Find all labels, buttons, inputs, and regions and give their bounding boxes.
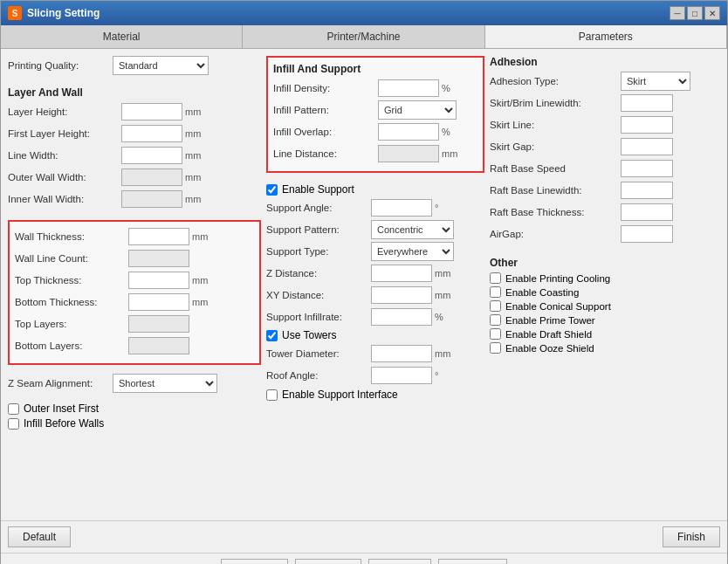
z-distance-input[interactable]: 0.1 bbox=[371, 265, 432, 282]
enable-conical-support-checkbox[interactable] bbox=[490, 300, 501, 312]
printing-quality-select[interactable]: Standard Fast Fine bbox=[113, 56, 209, 75]
layer-height-unit: mm bbox=[185, 107, 201, 117]
top-layers-input[interactable]: 3 bbox=[128, 315, 189, 333]
use-towers-label: Use Towers bbox=[282, 329, 336, 341]
bottom-layers-label: Bottom Layers: bbox=[15, 340, 128, 351]
top-thickness-input[interactable]: 6 bbox=[128, 272, 189, 289]
enable-support-checkbox[interactable] bbox=[266, 184, 278, 196]
raft-base-speed-label: Raft Base Speed bbox=[490, 163, 621, 174]
enable-support-interface-row: Enable Support Interface bbox=[266, 389, 484, 401]
raft-base-linewidth-row: Raft Base Linewidth: 0.8 bbox=[490, 181, 717, 200]
middle-column: Infill And Support Infill Density: 400 %… bbox=[266, 56, 484, 513]
seam-alignment-select[interactable]: Shortest Random Sharpest Corner User Spe… bbox=[113, 374, 217, 393]
raft-base-speed-input[interactable]: 22.5 bbox=[621, 160, 673, 177]
wall-thickness-input[interactable]: 12 bbox=[128, 228, 189, 245]
roof-angle-input[interactable]: 65 bbox=[371, 367, 432, 384]
minimize-button[interactable]: ─ bbox=[670, 6, 685, 20]
infill-before-walls-row: Infill Before Walls bbox=[8, 417, 261, 430]
enable-ooze-shield-checkbox[interactable] bbox=[490, 342, 501, 354]
support-infillrate-unit: % bbox=[435, 312, 443, 322]
default-button[interactable]: Default bbox=[8, 526, 71, 547]
maximize-button[interactable]: □ bbox=[687, 6, 703, 20]
top-thickness-unit: mm bbox=[192, 275, 208, 285]
roof-angle-row: Roof Angle: 65 ° bbox=[266, 366, 484, 385]
support-pattern-select[interactable]: Concentric Lines Grid bbox=[371, 220, 454, 239]
enable-prime-tower-checkbox[interactable] bbox=[490, 314, 501, 326]
bottom-thickness-label: Bottom Thickness: bbox=[15, 297, 128, 307]
skirt-brim-linewidth-input[interactable]: 0.4 bbox=[621, 94, 673, 112]
support-type-select[interactable]: Everywhere Touching Buildplate bbox=[371, 242, 454, 261]
airgap-input[interactable]: 0.3 bbox=[621, 225, 673, 243]
enable-printing-cooling-checkbox[interactable] bbox=[490, 272, 501, 284]
line-distance-input[interactable]: 2 bbox=[378, 145, 439, 162]
seam-alignment-row: Z Seam Alignment: Shortest Random Sharpe… bbox=[8, 374, 261, 393]
infill-overlap-row: Infill Overlap: 5 % bbox=[273, 122, 477, 141]
outer-wall-width-input[interactable]: 0.4 bbox=[121, 169, 182, 186]
infill-before-walls-checkbox[interactable] bbox=[8, 418, 19, 430]
layer-height-input[interactable]: 0.2 bbox=[121, 103, 182, 120]
raft-base-linewidth-label: Raft Base Linewidth: bbox=[490, 185, 621, 196]
close-button[interactable]: ✕ bbox=[704, 6, 720, 20]
skirt-gap-input[interactable]: 0.3 bbox=[621, 138, 673, 155]
enable-support-interface-label: Enable Support Interface bbox=[282, 389, 398, 401]
tab-parameters[interactable]: Parameters bbox=[485, 25, 727, 48]
use-towers-checkbox[interactable] bbox=[266, 330, 278, 341]
enable-prime-tower-label: Enable Prime Tower bbox=[505, 315, 595, 326]
cancel-button[interactable]: Cancel bbox=[438, 559, 507, 564]
line-distance-unit: mm bbox=[442, 148, 457, 159]
raft-base-thickness-label: Raft Base Thickness: bbox=[490, 207, 621, 217]
infill-pattern-row: Infill Pattern: Grid Lines Triangles Cub… bbox=[273, 100, 477, 120]
xy-distance-unit: mm bbox=[435, 290, 450, 300]
skirt-brim-linewidth-label: Skirt/Brim Linewidth: bbox=[490, 98, 621, 108]
enable-conical-support-row: Enable Conical Support bbox=[490, 300, 717, 312]
adhesion-type-select[interactable]: Skirt Brim Raft None bbox=[621, 72, 690, 91]
line-width-row: Line Width: 0.4 mm bbox=[8, 146, 261, 165]
line-distance-row: Line Distance: 2 mm bbox=[273, 144, 477, 163]
support-infillrate-input[interactable]: 15 bbox=[371, 308, 432, 326]
line-width-input[interactable]: 0.4 bbox=[121, 147, 182, 164]
infill-pattern-select[interactable]: Grid Lines Triangles Cubic bbox=[378, 100, 457, 120]
z-distance-row: Z Distance: 0.1 mm bbox=[266, 264, 484, 283]
support-angle-input[interactable]: 70 bbox=[371, 199, 432, 217]
wall-line-count-input[interactable]: 3 bbox=[128, 250, 189, 267]
tab-material[interactable]: Material bbox=[1, 25, 243, 48]
skirt-line-input[interactable]: 1 bbox=[621, 116, 673, 134]
tower-diameter-row: Tower Diameter: 3.0 mm bbox=[266, 344, 484, 363]
infill-pattern-label: Infill Pattern: bbox=[273, 105, 378, 115]
outer-inset-first-checkbox[interactable] bbox=[8, 403, 19, 415]
wall-thickness-label: Wall Thickness: bbox=[15, 231, 128, 242]
adhesion-section: Adhesion Adhesion Type: Skirt Brim Raft … bbox=[490, 56, 717, 246]
inner-wall-width-row: Inner Wall Width: 0.4 mm bbox=[8, 189, 261, 209]
export-button[interactable]: Export bbox=[221, 559, 288, 564]
infill-density-label: Infill Density: bbox=[273, 83, 378, 93]
enable-coasting-checkbox[interactable] bbox=[490, 286, 501, 298]
right-column: Adhesion Adhesion Type: Skirt Brim Raft … bbox=[490, 56, 717, 513]
first-layer-height-input[interactable]: 0.3 bbox=[121, 125, 182, 142]
printing-quality-label: Printing Quality: bbox=[8, 60, 113, 71]
raft-base-thickness-input[interactable]: 0.36 bbox=[621, 203, 673, 221]
tower-diameter-input[interactable]: 3.0 bbox=[371, 345, 432, 362]
first-layer-height-label: First Layer Height: bbox=[8, 128, 121, 139]
support-type-label: Support Type: bbox=[266, 246, 371, 257]
enable-support-interface-checkbox[interactable] bbox=[266, 389, 278, 401]
inner-wall-width-input[interactable]: 0.4 bbox=[121, 190, 182, 208]
finish-button[interactable]: Finish bbox=[663, 526, 720, 547]
adhesion-type-label: Adhesion Type: bbox=[490, 76, 621, 86]
bottom-thickness-input[interactable]: 6 bbox=[128, 293, 189, 311]
tab-printer-machine[interactable]: Printer/Machine bbox=[243, 25, 484, 48]
bottom-layers-input[interactable]: 3 bbox=[128, 337, 189, 354]
content-area: Printing Quality: Standard Fast Fine Lay… bbox=[1, 49, 727, 520]
airgap-row: AirGap: 0.3 bbox=[490, 224, 717, 244]
bottom-thickness-unit: mm bbox=[192, 297, 208, 307]
enable-draft-shield-checkbox[interactable] bbox=[490, 328, 501, 340]
xy-distance-input[interactable]: 0.7 bbox=[371, 286, 432, 304]
raft-base-linewidth-input[interactable]: 0.8 bbox=[621, 182, 673, 199]
tower-diameter-unit: mm bbox=[435, 348, 450, 359]
infill-density-input[interactable]: 400 bbox=[378, 79, 439, 97]
bottom-layers-row: Bottom Layers: 3 bbox=[15, 336, 254, 355]
infill-overlap-input[interactable]: 5 bbox=[378, 123, 439, 141]
outer-inset-first-label: Outer Inset First bbox=[24, 402, 99, 415]
window-title: Slicing Setting bbox=[27, 7, 100, 19]
import-button[interactable]: Import bbox=[295, 559, 361, 564]
apply-button[interactable]: Apply bbox=[368, 559, 431, 564]
